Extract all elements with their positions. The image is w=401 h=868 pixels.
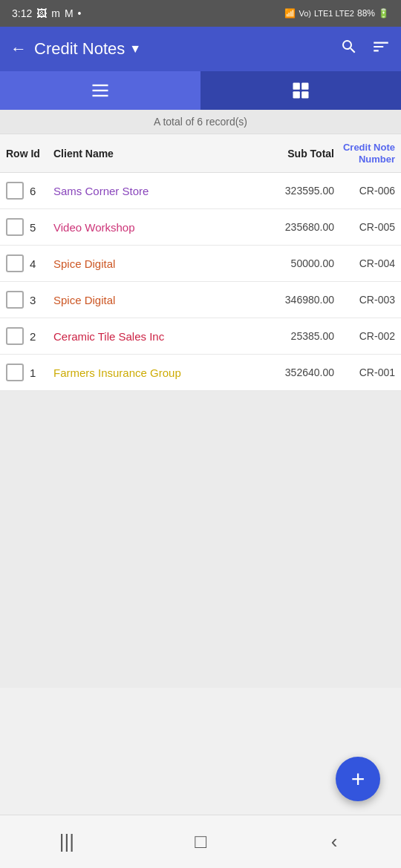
table-row[interactable]: 4 Spice Digital 50000.00 CR-004 (0, 246, 401, 282)
svg-rect-6 (301, 91, 308, 98)
header-rowid: Row Id (6, 148, 53, 160)
row-checkbox[interactable] (6, 254, 24, 272)
status-time: 3:12 (12, 7, 32, 19)
status-dot-icon: • (78, 7, 82, 19)
app-bar: ← Credit Notes ▼ (0, 27, 401, 71)
grid-view-button[interactable] (200, 71, 401, 110)
search-button[interactable] (340, 38, 358, 60)
row-credit-note: CR-003 (334, 294, 401, 306)
back-nav-button[interactable]: ‹ (312, 827, 356, 857)
wifi-icon: 📶 (284, 8, 296, 19)
row-client-name[interactable]: Spice Digital (53, 294, 260, 306)
home-icon: □ (195, 830, 206, 853)
svg-rect-4 (301, 83, 308, 90)
table-row[interactable]: 6 Sams Corner Store 323595.00 CR-006 (0, 173, 401, 209)
status-M-icon: M (65, 7, 74, 19)
svg-rect-1 (93, 90, 108, 91)
row-client-name[interactable]: Sams Corner Store (53, 185, 260, 197)
row-subtotal: 323595.00 (260, 185, 334, 197)
app-bar-actions (340, 37, 391, 61)
row-subtotal: 352640.00 (260, 366, 334, 378)
bottom-nav: ||| □ ‹ (0, 815, 401, 868)
status-bar-right: 📶 Vo) LTE1 LTE2 88% 🔋 (284, 8, 389, 19)
row-id: 3 (30, 294, 53, 306)
back-nav-icon: ‹ (331, 830, 338, 853)
records-count: A total of 6 record(s) (0, 110, 401, 134)
table-row[interactable]: 2 Ceramic Tile Sales Inc 25385.00 CR-002 (0, 318, 401, 355)
lte1-icon: Vo) (299, 9, 311, 18)
row-client-name[interactable]: Farmers Insurance Group (53, 366, 260, 379)
table-header: Row Id Client Name Sub Total Credit Note… (0, 134, 401, 173)
table-row[interactable]: 1 Farmers Insurance Group 352640.00 CR-0… (0, 355, 401, 391)
list-icon (90, 80, 111, 101)
filter-button[interactable] (371, 37, 391, 61)
row-client-name[interactable]: Ceramic Tile Sales Inc (53, 330, 260, 343)
empty-area (0, 391, 401, 688)
list-view-button[interactable] (0, 71, 200, 110)
row-credit-note: CR-004 (334, 257, 401, 269)
recents-button[interactable]: ||| (45, 827, 89, 857)
row-checkbox[interactable] (6, 291, 24, 309)
row-credit-note: CR-005 (334, 221, 401, 233)
table-row[interactable]: 5 Video Workshop 235680.00 CR-005 (0, 209, 401, 246)
row-id: 1 (30, 366, 53, 379)
status-bar-left: 3:12 🖼 m M • (12, 7, 82, 19)
row-checkbox[interactable] (6, 327, 24, 345)
battery-percent: 88% (357, 8, 375, 19)
row-client-name[interactable]: Video Workshop (53, 221, 260, 234)
row-credit-note: CR-006 (334, 185, 401, 197)
table-row[interactable]: 3 Spice Digital 346980.00 CR-003 (0, 282, 401, 318)
recents-icon: ||| (59, 830, 74, 853)
row-id: 2 (30, 330, 53, 343)
header-subtotal: Sub Total (260, 148, 334, 160)
app-bar-left: ← Credit Notes ▼ (10, 39, 141, 59)
back-button[interactable]: ← (10, 39, 27, 59)
svg-rect-2 (93, 95, 108, 96)
battery-icon: 🔋 (378, 8, 389, 19)
header-client: Client Name (53, 148, 260, 160)
row-checkbox[interactable] (6, 364, 24, 381)
row-subtotal: 50000.00 (260, 257, 334, 269)
grid-icon (290, 80, 311, 101)
row-checkbox[interactable] (6, 182, 24, 200)
app-title: Credit Notes (34, 39, 125, 59)
row-id: 6 (30, 185, 53, 197)
row-subtotal: 25385.00 (260, 330, 334, 342)
status-bar: 3:12 🖼 m M • 📶 Vo) LTE1 LTE2 88% 🔋 (0, 0, 401, 27)
row-credit-note: CR-002 (334, 330, 401, 342)
lte2-icon: LTE1 LTE2 (314, 9, 354, 18)
dropdown-icon[interactable]: ▼ (129, 42, 141, 56)
status-photo-icon: 🖼 (36, 7, 47, 19)
svg-rect-0 (93, 85, 108, 86)
row-subtotal: 235680.00 (260, 221, 334, 233)
row-credit-note: CR-001 (334, 366, 401, 378)
row-subtotal: 346980.00 (260, 294, 334, 306)
home-button[interactable]: □ (178, 827, 223, 857)
header-creditnote: Credit NoteNumber (334, 142, 401, 165)
row-id: 5 (30, 221, 53, 234)
row-id: 4 (30, 257, 53, 270)
svg-rect-3 (293, 83, 300, 90)
view-toggle-bar (0, 71, 401, 110)
svg-rect-5 (293, 91, 300, 98)
status-m-icon: m (51, 7, 60, 19)
row-checkbox[interactable] (6, 218, 24, 236)
app-title-group: Credit Notes ▼ (34, 39, 141, 59)
row-client-name[interactable]: Spice Digital (53, 257, 260, 270)
add-button[interactable]: + (336, 757, 380, 801)
table-body: 6 Sams Corner Store 323595.00 CR-006 5 V… (0, 173, 401, 391)
